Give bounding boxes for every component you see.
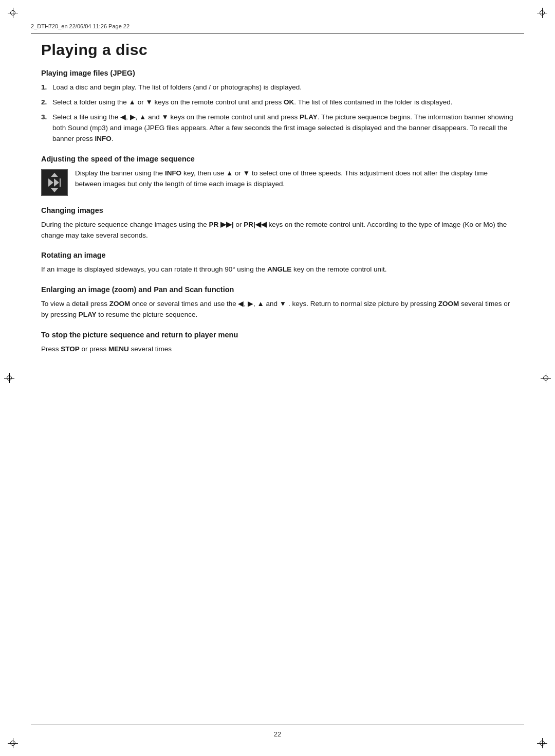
list-item: 1. Load a disc and begin play. The list …	[41, 82, 514, 93]
bottom-horizontal-rule	[31, 725, 524, 725]
reg-mark-top-right	[537, 8, 547, 18]
right-arrow-2	[54, 178, 59, 187]
list-item: 2. Select a folder using the ▲ or ▼ keys…	[41, 97, 514, 108]
speed-icon	[41, 169, 68, 196]
header-text: 2_DTH720_en 22/06/04 11:26 Page 22	[31, 23, 524, 29]
main-content: Playing a disc Playing image files (JPEG…	[41, 41, 514, 715]
top-horizontal-rule	[31, 33, 524, 34]
arrow-up-icon	[51, 173, 58, 177]
icon-content	[48, 173, 61, 192]
list-content-1: Load a disc and begin play. The list of …	[52, 82, 514, 93]
section-heading-jpeg: Playing image files (JPEG)	[41, 69, 514, 77]
right-arrow-1	[48, 178, 53, 187]
page-title: Playing a disc	[41, 41, 514, 59]
speed-section-with-icon: Display the banner using the INFO key, t…	[41, 168, 514, 196]
reg-mark-bottom-left	[8, 738, 18, 748]
section-heading-speed: Adjusting the speed of the image sequenc…	[41, 155, 514, 163]
list-content-3: Select a file using the ◀, ▶, ▲ and ▼ ke…	[52, 112, 514, 145]
list-item: 3. Select a file using the ◀, ▶, ▲ and ▼…	[41, 112, 514, 145]
reg-mark-left-mid	[4, 373, 14, 383]
stop-description: Press STOP or press MENU several times	[41, 344, 514, 355]
reg-mark-bottom-right	[537, 738, 547, 748]
reg-mark-top-left	[8, 8, 18, 18]
rotating-description: If an image is displayed sideways, you c…	[41, 264, 514, 275]
list-number-2: 2.	[41, 97, 52, 108]
speed-description: Display the banner using the INFO key, t…	[75, 168, 514, 190]
section-heading-stop: To stop the picture sequence and return …	[41, 331, 514, 339]
section-heading-rotating: Rotating an image	[41, 251, 514, 259]
changing-description: During the picture sequence change image…	[41, 220, 514, 241]
bar	[60, 178, 61, 187]
list-number-3: 3.	[41, 112, 52, 123]
list-number-1: 1.	[41, 82, 52, 93]
arrow-down-icon	[51, 188, 58, 192]
page-number: 22	[274, 730, 281, 738]
section-heading-changing: Changing images	[41, 206, 514, 214]
speed-icon-inner	[46, 174, 63, 191]
jpeg-steps-list: 1. Load a disc and begin play. The list …	[41, 82, 514, 145]
list-content-2: Select a folder using the ▲ or ▼ keys on…	[52, 97, 514, 108]
ff-arrows	[48, 178, 61, 187]
reg-mark-right-mid	[541, 373, 551, 383]
section-heading-enlarging: Enlarging an image (zoom) and Pan and Sc…	[41, 285, 514, 294]
enlarging-description: To view a detail press ZOOM once or seve…	[41, 299, 514, 320]
